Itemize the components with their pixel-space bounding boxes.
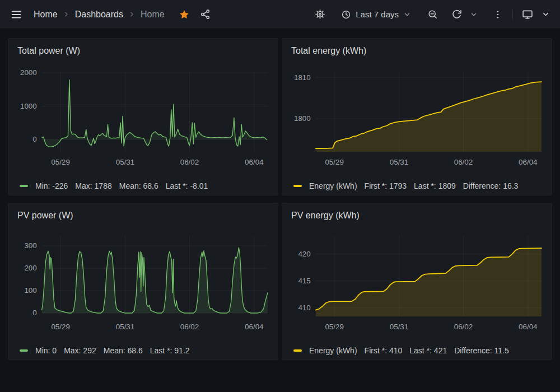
legend-stat: Mean: 68.6 — [119, 181, 158, 190]
legend-series-marker[interactable] — [20, 185, 28, 188]
svg-text:0: 0 — [32, 135, 36, 143]
clock-icon — [341, 10, 351, 20]
svg-text:06/02: 06/02 — [180, 158, 199, 166]
breadcrumb-home-link[interactable]: Home — [34, 10, 58, 20]
svg-text:05/29: 05/29 — [51, 158, 70, 166]
time-series-chart[interactable]: 05/2905/3106/0206/04010002000 — [16, 64, 270, 176]
refresh-button[interactable] — [448, 6, 465, 23]
navbar: Home Dashboards Home Last 7 days — [0, 0, 560, 29]
svg-text:200: 200 — [24, 264, 36, 272]
panel-title[interactable]: Total energy (kWh) — [291, 44, 544, 58]
legend-stat: First *: 1793 — [365, 181, 407, 190]
legend-stat: Max: 1788 — [75, 181, 111, 190]
legend-stat: Last *: 421 — [409, 346, 447, 355]
panel-legend: Energy (kWh)First *: 1793Last *: 1809Dif… — [293, 181, 544, 190]
favorite-button[interactable] — [176, 6, 193, 23]
dashboard-grid: Total power (W) 05/2905/3106/0206/040100… — [0, 29, 560, 369]
time-series-chart[interactable]: 05/2905/3106/0206/04410415420 — [290, 229, 544, 341]
legend-stat: Difference: 11.5 — [454, 346, 509, 355]
share-button[interactable] — [197, 6, 214, 23]
breadcrumb-dashboards-link[interactable]: Dashboards — [75, 10, 123, 20]
legend-stat: Last *: 1809 — [414, 181, 456, 190]
svg-text:300: 300 — [24, 241, 36, 250]
svg-text:0: 0 — [32, 309, 36, 317]
more-options-button[interactable] — [489, 6, 506, 23]
time-range-picker[interactable]: Last 7 days — [337, 6, 416, 23]
breadcrumb-current-page: Home — [141, 10, 165, 20]
svg-text:410: 410 — [298, 304, 310, 312]
monitor-icon — [522, 9, 533, 20]
legend-stat: Mean: 68.6 — [104, 346, 143, 355]
svg-text:05/29: 05/29 — [51, 323, 70, 331]
share-icon — [200, 9, 211, 20]
breadcrumb: Home Dashboards Home — [34, 10, 165, 20]
legend-stat: Difference: 16.3 — [463, 181, 519, 190]
chevron-right-icon — [63, 11, 70, 18]
chevron-down-icon — [470, 11, 478, 18]
panel-total-power: Total power (W) 05/2905/3106/0206/040100… — [8, 38, 278, 195]
svg-text:06/02: 06/02 — [454, 323, 473, 331]
gear-icon — [315, 9, 325, 20]
mega-menu-button[interactable] — [8, 6, 25, 23]
panel-legend: Min: 0Max: 292Mean: 68.6Last *: 91.2 — [20, 346, 270, 355]
svg-text:06/02: 06/02 — [180, 323, 199, 331]
toolbar-divider — [512, 10, 513, 20]
refresh-icon — [451, 9, 462, 20]
panel-legend: Energy (kWh)First *: 410Last *: 421Diffe… — [293, 346, 544, 355]
svg-text:100: 100 — [24, 286, 36, 295]
panel-title[interactable]: Total power (W) — [17, 44, 270, 58]
kebab-menu-icon — [493, 10, 503, 20]
legend-stat: Energy (kWh) — [309, 346, 357, 355]
svg-text:1000: 1000 — [20, 102, 37, 110]
svg-text:05/31: 05/31 — [390, 158, 409, 166]
svg-text:05/29: 05/29 — [325, 158, 344, 166]
panel-title[interactable]: PV energy (kWh) — [291, 209, 544, 222]
svg-text:1810: 1810 — [294, 73, 311, 82]
legend-stat: Energy (kWh) — [309, 181, 357, 190]
svg-text:06/02: 06/02 — [454, 158, 473, 166]
zoom-out-icon — [427, 9, 438, 20]
dashboard-settings-button[interactable] — [311, 6, 328, 23]
tv-mode-button[interactable] — [519, 6, 536, 23]
panel-legend: Min: -226Max: 1788Mean: 68.6Last *: -8.0… — [20, 181, 270, 190]
legend-series-marker[interactable] — [20, 349, 28, 352]
legend-stat: First *: 410 — [365, 346, 403, 355]
svg-text:06/04: 06/04 — [519, 323, 538, 331]
svg-text:420: 420 — [298, 250, 310, 258]
legend-stat: Last *: 91.2 — [150, 346, 190, 355]
legend-stat: Last *: -8.01 — [166, 181, 208, 190]
legend-series-marker[interactable] — [293, 349, 302, 352]
svg-text:2000: 2000 — [20, 68, 37, 77]
svg-text:05/31: 05/31 — [390, 323, 409, 331]
time-series-chart[interactable]: 05/2905/3106/0206/040100200300 — [16, 229, 270, 341]
panel-total-energy: Total energy (kWh) 05/2905/3106/0206/041… — [282, 38, 552, 195]
chevron-down-icon — [403, 11, 411, 18]
legend-stat: Min: -226 — [35, 181, 68, 190]
legend-stat: Min: 0 — [35, 346, 57, 355]
star-icon — [179, 9, 190, 20]
kiosk-mode-dropdown[interactable] — [539, 6, 552, 23]
legend-stat: Max: 292 — [64, 346, 96, 355]
svg-text:1800: 1800 — [294, 114, 311, 123]
svg-text:05/29: 05/29 — [325, 323, 344, 331]
time-series-chart[interactable]: 05/2905/3106/0206/0418001810 — [290, 64, 544, 176]
svg-text:06/04: 06/04 — [519, 158, 538, 166]
svg-text:05/31: 05/31 — [116, 323, 135, 331]
navbar-actions: Last 7 days — [311, 6, 552, 23]
chevron-right-icon — [128, 11, 136, 18]
chevron-down-icon — [542, 10, 550, 18]
time-range-label: Last 7 days — [356, 10, 399, 19]
legend-series-marker[interactable] — [293, 185, 302, 188]
svg-text:05/31: 05/31 — [116, 158, 135, 166]
svg-text:415: 415 — [298, 277, 310, 285]
panel-pv-energy: PV energy (kWh) 05/2905/3106/0206/044104… — [282, 203, 552, 360]
hamburger-icon — [10, 8, 22, 21]
panel-title[interactable]: PV power (W) — [17, 209, 270, 222]
zoom-out-time-button[interactable] — [424, 6, 441, 23]
refresh-interval-dropdown[interactable] — [468, 6, 480, 23]
panel-pv-power: PV power (W) 05/2905/3106/0206/040100200… — [8, 203, 278, 360]
svg-text:06/04: 06/04 — [245, 323, 264, 331]
svg-text:06/04: 06/04 — [245, 158, 264, 166]
